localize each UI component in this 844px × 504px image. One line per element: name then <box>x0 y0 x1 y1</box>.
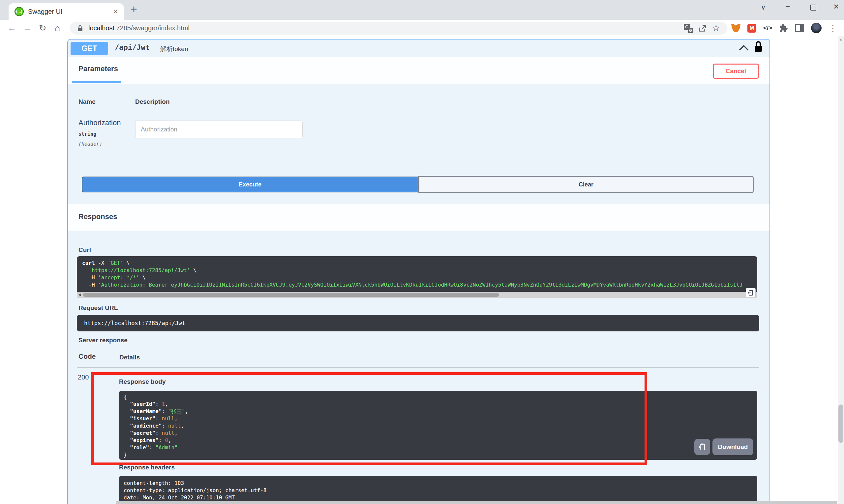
status-code: 200 <box>78 374 89 381</box>
collapse-chevron-up-icon[interactable] <box>739 44 749 51</box>
curl-copy-button[interactable] <box>746 288 756 298</box>
auth-lock-icon[interactable] <box>754 41 763 53</box>
authorization-input[interactable] <box>135 121 303 138</box>
clipboard-icon <box>747 290 754 296</box>
reload-button-icon[interactable]: ↻ <box>39 20 47 36</box>
table-header-divider <box>79 111 759 111</box>
translate-icon[interactable]: G 文 <box>684 24 693 33</box>
request-url-value: https://localhost:7285/api/Jwt <box>77 315 759 331</box>
endpoint-path: /api/Jwt <box>115 43 150 51</box>
curl-scrollbar-thumb[interactable] <box>83 293 499 297</box>
page-scrollbar-thumb[interactable] <box>839 404 843 443</box>
code-extension-icon[interactable]: </> <box>763 24 772 32</box>
forward-button-icon[interactable]: → <box>23 20 32 36</box>
browser-tab-bar: {…} Swagger UI × + ∨ − × <box>0 0 844 20</box>
scroll-up-arrow-icon[interactable]: ▲ <box>839 37 843 41</box>
responses-section-header <box>68 204 770 231</box>
download-button[interactable]: Download <box>712 438 753 455</box>
extension-icons: M </> ⋮ <box>731 20 837 36</box>
address-bar[interactable]: localhost:7285/swagger/index.html G 文 ☆ <box>70 22 727 35</box>
response-headers-label: Response headers <box>119 464 175 471</box>
tab-close-icon[interactable]: × <box>114 7 118 16</box>
metamask-icon[interactable] <box>731 24 740 32</box>
response-body-label: Response body <box>119 378 166 385</box>
column-header-details: Details <box>119 354 140 361</box>
browser-window: {…} Swagger UI × + ∨ − × ← → ↻ ⌂ localho… <box>0 0 844 504</box>
browser-menu-icon[interactable]: ⋮ <box>828 23 837 33</box>
swagger-favicon-icon: {…} <box>15 7 24 16</box>
http-method-badge[interactable]: GET <box>71 42 108 55</box>
https-lock-icon <box>77 25 83 32</box>
active-tab-underline <box>72 81 121 83</box>
execute-button[interactable]: Execute <box>82 177 418 192</box>
curl-command-block[interactable]: curl -X 'GET' \ 'https://localhost:7285/… <box>77 256 757 292</box>
url-text: localhost:7285/swagger/index.html <box>88 24 190 32</box>
response-body-block[interactable]: { "userId": 1, "userName": "张三", "issuer… <box>119 391 757 460</box>
extensions-puzzle-icon[interactable] <box>779 24 788 33</box>
side-panel-fill <box>800 25 803 31</box>
cancel-button[interactable]: Cancel <box>713 64 759 79</box>
back-button-icon[interactable]: ← <box>7 20 16 36</box>
minimize-button[interactable]: − <box>785 2 790 11</box>
param-type: string <box>79 131 96 137</box>
scroll-left-arrow-icon[interactable]: ◀ <box>78 292 81 297</box>
column-header-code: Code <box>79 353 96 360</box>
response-copy-button[interactable] <box>694 439 710 455</box>
side-panel-icon[interactable] <box>795 24 804 32</box>
column-header-name: Name <box>79 98 96 105</box>
tab-title: Swagger UI <box>28 8 63 16</box>
clipboard-icon <box>698 443 706 451</box>
tab-parameters[interactable]: Parameters <box>79 65 118 73</box>
param-location: (header) <box>79 141 102 147</box>
url-path: :7285/swagger/index.html <box>115 24 190 32</box>
maximize-button[interactable] <box>810 5 816 11</box>
response-headers-block: content-length: 103content-type: applica… <box>119 476 757 504</box>
url-host: localhost <box>88 24 115 32</box>
new-tab-button[interactable]: + <box>131 3 137 16</box>
share-icon[interactable] <box>698 24 707 33</box>
gmail-extension-icon[interactable]: M <box>747 24 756 33</box>
parameters-section-header <box>68 57 770 84</box>
tab-search-chevron-icon[interactable]: ∨ <box>761 3 766 11</box>
response-table-divider <box>77 367 759 367</box>
request-url-label: Request URL <box>79 304 118 312</box>
responses-title: Responses <box>79 213 117 221</box>
window-close-button[interactable]: × <box>833 1 839 12</box>
bottom-scrollbar[interactable] <box>116 501 838 504</box>
profile-avatar[interactable] <box>811 23 822 33</box>
bookmark-star-icon[interactable]: ☆ <box>712 24 720 33</box>
curl-label: Curl <box>79 247 91 254</box>
browser-tab[interactable]: {…} Swagger UI × <box>8 3 124 20</box>
home-button-icon[interactable]: ⌂ <box>55 20 60 36</box>
endpoint-summary: 解析token <box>160 45 188 53</box>
server-response-label: Server response <box>79 337 127 344</box>
clear-button[interactable]: Clear <box>418 176 754 193</box>
param-name: Authorization <box>79 119 121 127</box>
column-header-description: Description <box>135 98 170 105</box>
